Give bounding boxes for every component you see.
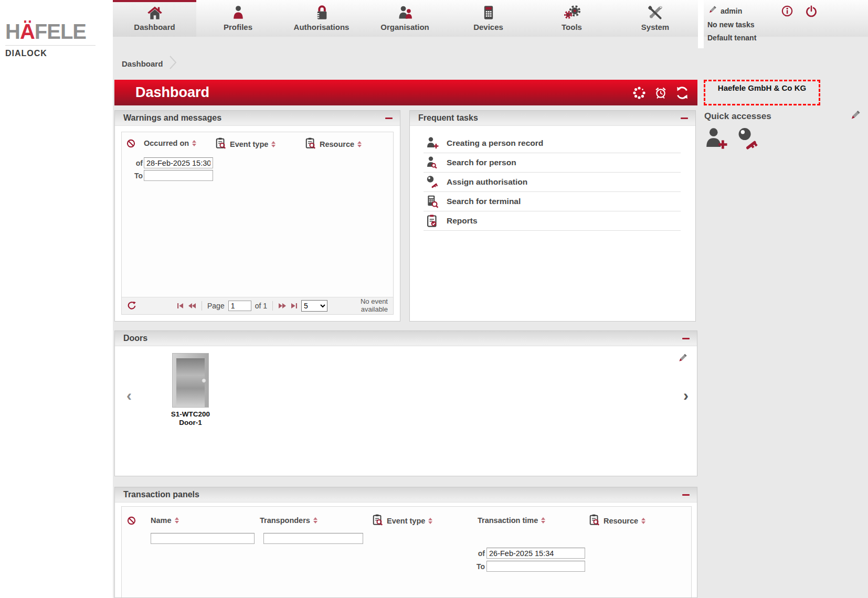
prev-page-icon[interactable] bbox=[188, 303, 196, 309]
task-search-person[interactable]: Search for person bbox=[424, 153, 681, 173]
name-filter-input[interactable] bbox=[151, 533, 255, 544]
column-occurred-on[interactable]: Occurred on bbox=[144, 139, 189, 147]
nav-item-authorisations[interactable]: Authorisations bbox=[280, 0, 363, 37]
key-icon bbox=[424, 175, 441, 189]
sort-icon[interactable] bbox=[357, 141, 362, 147]
user-info: admin No new tasks Default tenant bbox=[707, 5, 756, 42]
pencil-icon[interactable] bbox=[707, 5, 717, 17]
clipboard-search-icon bbox=[372, 514, 384, 528]
pencil-icon[interactable] bbox=[849, 110, 861, 123]
home-icon bbox=[147, 5, 163, 22]
refresh-icon[interactable] bbox=[675, 86, 689, 100]
collapse-icon[interactable] bbox=[682, 491, 691, 498]
transactions-panel-header: Transaction panels bbox=[115, 487, 697, 503]
page-size-select[interactable]: 5 bbox=[301, 300, 327, 312]
spinner-icon[interactable] bbox=[632, 86, 646, 100]
nav-label: Profiles bbox=[196, 23, 280, 31]
nav-item-profiles[interactable]: Profiles bbox=[196, 0, 280, 37]
tasks-status[interactable]: No new tasks bbox=[707, 20, 756, 29]
frequent-tasks-list: Creating a person record Search for pers… bbox=[424, 134, 681, 231]
gears-icon bbox=[564, 5, 580, 22]
next-page-icon[interactable] bbox=[278, 303, 287, 309]
carousel-left-icon[interactable]: ‹ bbox=[126, 388, 132, 403]
collapse-icon[interactable] bbox=[682, 335, 691, 342]
nav-item-dashboard[interactable]: Dashboard bbox=[113, 0, 196, 37]
door-image bbox=[172, 353, 209, 408]
sort-icon[interactable] bbox=[271, 141, 276, 147]
sort-icon[interactable] bbox=[175, 517, 179, 524]
person-icon bbox=[232, 5, 245, 22]
transaction-from-input[interactable] bbox=[486, 548, 585, 559]
dialock-app: HÄFELE DIALOCK Dashboard Pro bbox=[0, 0, 868, 598]
calculator-icon bbox=[482, 5, 495, 22]
nav-item-system[interactable]: System bbox=[613, 0, 697, 37]
logo-subtitle: DIALOCK bbox=[5, 49, 105, 58]
info-icon[interactable] bbox=[781, 5, 793, 19]
frequent-tasks-header: Frequent tasks bbox=[410, 111, 695, 126]
column-transponders[interactable]: Transponders bbox=[260, 516, 310, 525]
person-add-icon[interactable] bbox=[704, 127, 728, 152]
filter-from-label: of bbox=[471, 549, 485, 558]
tenant-name[interactable]: Default tenant bbox=[707, 34, 756, 42]
task-search-terminal[interactable]: Search for terminal bbox=[424, 192, 681, 211]
column-event-type[interactable]: Event type bbox=[230, 140, 268, 148]
crossed-tools-icon bbox=[648, 5, 663, 22]
power-icon[interactable] bbox=[805, 5, 818, 20]
sort-icon[interactable] bbox=[541, 517, 545, 524]
door-thumbnail[interactable]: S1-WTC200 Door-1 bbox=[154, 353, 227, 427]
column-resource[interactable]: Resource bbox=[320, 140, 354, 148]
nav-item-devices[interactable]: Devices bbox=[447, 0, 530, 37]
page-number-input[interactable] bbox=[228, 301, 251, 311]
task-assign-authorisation[interactable]: Assign authorisation bbox=[424, 173, 681, 192]
carousel-right-icon[interactable]: › bbox=[683, 388, 689, 403]
clipboard-search-icon bbox=[215, 137, 227, 152]
key-icon[interactable] bbox=[736, 127, 759, 152]
breadcrumb-chevron-icon bbox=[169, 55, 177, 72]
breadcrumb-dashboard[interactable]: Dashboard bbox=[122, 59, 163, 68]
username[interactable]: admin bbox=[721, 7, 742, 15]
tenant-selector[interactable]: Haefele GmbH & Co KG bbox=[704, 80, 820, 105]
door-knob bbox=[202, 378, 206, 383]
collapse-icon[interactable] bbox=[385, 114, 394, 122]
last-page-icon[interactable] bbox=[290, 303, 298, 309]
transactions-table: Name Transponders bbox=[121, 506, 692, 598]
clipboard-search-icon bbox=[305, 137, 316, 152]
occurred-to-input[interactable] bbox=[144, 170, 213, 181]
lock-icon bbox=[315, 5, 329, 22]
pencil-icon[interactable] bbox=[677, 353, 687, 366]
doors-panel-title: Doors bbox=[123, 334, 147, 343]
collapse-icon[interactable] bbox=[681, 114, 689, 122]
task-create-person[interactable]: Creating a person record bbox=[424, 134, 681, 153]
sort-icon[interactable] bbox=[428, 518, 432, 524]
column-resource[interactable]: Resource bbox=[604, 517, 638, 525]
frequent-tasks-title: Frequent tasks bbox=[418, 113, 478, 123]
column-name[interactable]: Name bbox=[151, 516, 172, 525]
transaction-to-input[interactable] bbox=[486, 561, 585, 572]
nav-item-tools[interactable]: Tools bbox=[530, 0, 613, 37]
sort-icon[interactable] bbox=[192, 140, 196, 146]
filter-from-label: of bbox=[129, 159, 143, 167]
quick-access-shortcuts bbox=[704, 127, 759, 152]
column-transaction-time[interactable]: Transaction time bbox=[478, 516, 538, 525]
occurred-from-input[interactable] bbox=[144, 157, 213, 168]
warnings-panel-title: Warnings and messages bbox=[123, 113, 221, 123]
transponders-filter-input[interactable] bbox=[263, 533, 363, 544]
column-event-type[interactable]: Event type bbox=[387, 517, 425, 525]
logo-divider bbox=[5, 45, 96, 46]
block-icon bbox=[127, 516, 136, 525]
nav-item-organisation[interactable]: Organisation bbox=[363, 0, 447, 37]
reload-icon[interactable] bbox=[127, 301, 136, 311]
breadcrumb: Dashboard bbox=[122, 55, 177, 72]
door-name: S1-WTC200 Door-1 bbox=[154, 410, 227, 427]
page-title: Dashboard bbox=[135, 84, 632, 101]
alarm-icon[interactable] bbox=[654, 86, 668, 100]
person-add-icon bbox=[424, 136, 441, 150]
sort-icon[interactable] bbox=[641, 518, 645, 524]
doors-panel-header: Doors bbox=[115, 331, 697, 346]
nav-label: Organisation bbox=[363, 23, 447, 31]
first-page-icon[interactable] bbox=[177, 303, 184, 309]
filter-to-label: To bbox=[471, 562, 485, 571]
empty-result-text: No event available bbox=[330, 298, 388, 314]
sort-icon[interactable] bbox=[313, 517, 317, 524]
task-reports[interactable]: Reports bbox=[424, 211, 681, 231]
